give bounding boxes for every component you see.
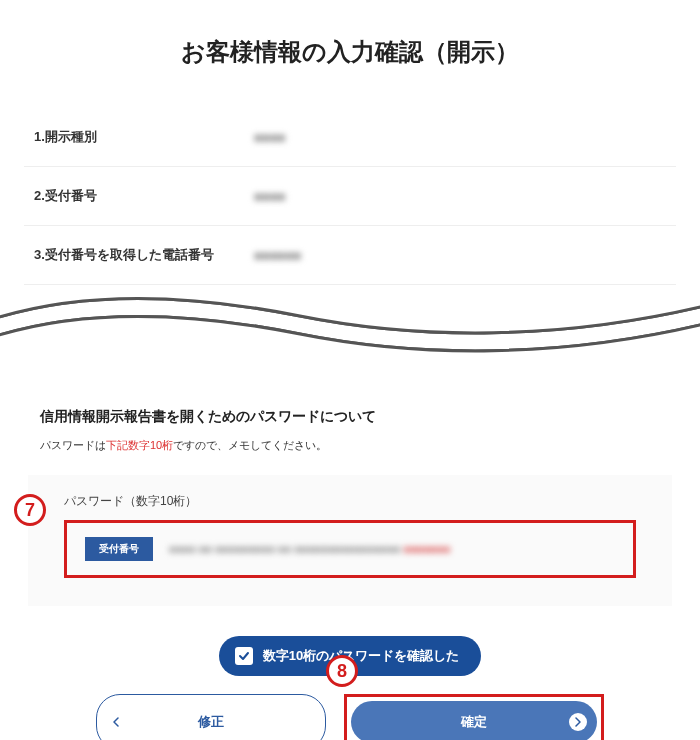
info-list: 1.開示種別 ■■■■ 2.受付番号 ■■■■ 3.受付番号を取得した電話番号 … <box>0 108 700 285</box>
callout-marker-7: 7 <box>14 494 46 526</box>
callout-marker-8: 8 <box>326 655 358 687</box>
info-label: 1.開示種別 <box>34 128 254 146</box>
info-value: ■■■■ <box>254 189 285 204</box>
page-title: お客様情報の入力確認（開示） <box>0 36 700 68</box>
info-value: ■■■■■■ <box>254 248 301 263</box>
info-value: ■■■■ <box>254 130 285 145</box>
note-prefix: パスワードは <box>40 439 106 451</box>
submit-button[interactable]: 確定 <box>351 701 597 740</box>
info-row-type: 1.開示種別 ■■■■ <box>24 108 676 167</box>
password-card: パスワード（数字10桁） 受付番号 ■■■■ ■■ ■■■■■■■■■ ■■ ■… <box>28 475 672 606</box>
password-blurred: ■■■■ ■■ ■■■■■■■■■ ■■ ■■■■■■■■■■■■■■■■ ■■… <box>169 543 615 555</box>
note-red: 下記数字10桁 <box>106 439 173 451</box>
info-label: 3.受付番号を取得した電話番号 <box>34 246 254 264</box>
action-row: 修正 確定 <box>28 694 672 740</box>
submit-button-highlight: 確定 <box>344 694 604 740</box>
torn-divider-icon <box>0 288 700 368</box>
submit-label: 確定 <box>461 713 487 731</box>
note-suffix: ですので、メモしてください。 <box>173 439 327 451</box>
info-row-receipt: 2.受付番号 ■■■■ <box>24 167 676 226</box>
back-label: 修正 <box>198 713 224 731</box>
password-box: 受付番号 ■■■■ ■■ ■■■■■■■■■ ■■ ■■■■■■■■■■■■■■… <box>64 520 636 578</box>
chevron-right-icon <box>569 713 587 731</box>
info-label: 2.受付番号 <box>34 187 254 205</box>
password-section: 信用情報開示報告書を開くためのパスワードについて パスワードは下記数字10桁です… <box>0 396 700 740</box>
checkbox-checked-icon <box>235 647 253 665</box>
section-title: 信用情報開示報告書を開くためのパスワードについて <box>40 408 660 426</box>
section-note: パスワードは下記数字10桁ですので、メモしてください。 <box>40 438 660 453</box>
page-header: お客様情報の入力確認（開示） <box>0 0 700 108</box>
back-button[interactable]: 修正 <box>96 694 326 740</box>
receipt-number-tag: 受付番号 <box>85 537 153 561</box>
confirm-label: 数字10桁のパスワードを確認した <box>263 647 459 665</box>
chevron-left-icon <box>111 715 121 730</box>
info-row-phone: 3.受付番号を取得した電話番号 ■■■■■■ <box>24 226 676 285</box>
password-sub-label: パスワード（数字10桁） <box>64 493 636 510</box>
